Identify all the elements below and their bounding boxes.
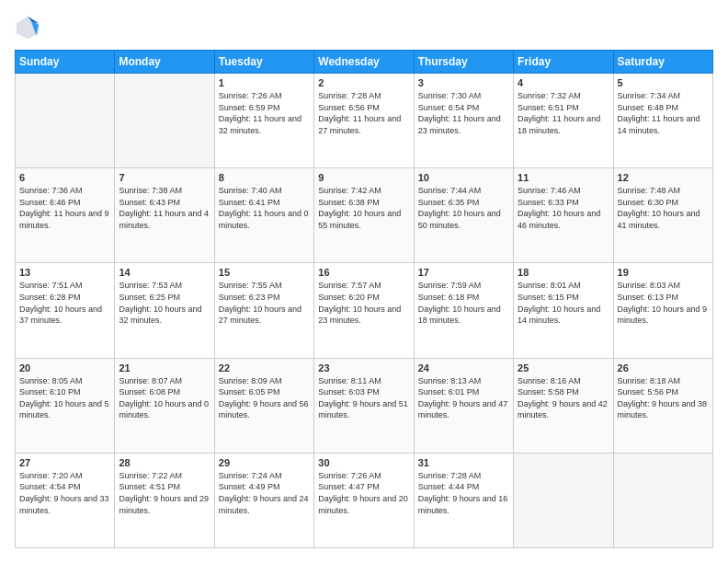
day-number: 19 xyxy=(618,267,709,278)
day-number: 12 xyxy=(618,172,709,183)
day-number: 27 xyxy=(19,457,110,468)
day-number: 13 xyxy=(19,267,110,278)
calendar-cell: 18Sunrise: 8:01 AMSunset: 6:15 PMDayligh… xyxy=(514,263,613,358)
calendar-cell: 22Sunrise: 8:09 AMSunset: 6:05 PMDayligh… xyxy=(214,358,313,453)
day-info: Sunrise: 7:40 AMSunset: 6:41 PMDaylight:… xyxy=(219,185,310,231)
day-number: 4 xyxy=(518,77,609,88)
calendar-cell xyxy=(115,74,214,168)
day-info: Sunrise: 7:57 AMSunset: 6:20 PMDaylight:… xyxy=(318,280,409,326)
day-number: 9 xyxy=(318,172,409,183)
calendar-cell: 5Sunrise: 7:34 AMSunset: 6:48 PMDaylight… xyxy=(613,74,712,168)
calendar-cell: 6Sunrise: 7:36 AMSunset: 6:46 PMDaylight… xyxy=(16,168,115,263)
day-number: 20 xyxy=(19,362,110,373)
calendar-header-sunday: Sunday xyxy=(16,51,115,74)
calendar-cell: 25Sunrise: 8:16 AMSunset: 5:58 PMDayligh… xyxy=(514,358,613,453)
day-number: 2 xyxy=(318,77,409,88)
day-info: Sunrise: 8:07 AMSunset: 6:08 PMDaylight:… xyxy=(119,375,210,421)
calendar-week-4: 27Sunrise: 7:20 AMSunset: 4:54 PMDayligh… xyxy=(16,453,713,547)
day-number: 25 xyxy=(518,362,609,373)
day-info: Sunrise: 7:38 AMSunset: 6:43 PMDaylight:… xyxy=(119,185,210,231)
page: SundayMondayTuesdayWednesdayThursdayFrid… xyxy=(0,0,728,563)
calendar-week-2: 13Sunrise: 7:51 AMSunset: 6:28 PMDayligh… xyxy=(16,263,713,358)
day-number: 30 xyxy=(318,457,409,468)
day-number: 5 xyxy=(618,77,709,88)
day-number: 15 xyxy=(219,267,310,278)
calendar-header-thursday: Thursday xyxy=(414,51,513,74)
day-info: Sunrise: 7:30 AMSunset: 6:54 PMDaylight:… xyxy=(418,90,509,136)
day-info: Sunrise: 7:32 AMSunset: 6:51 PMDaylight:… xyxy=(518,90,609,136)
calendar-cell: 28Sunrise: 7:22 AMSunset: 4:51 PMDayligh… xyxy=(115,453,214,547)
calendar-cell: 23Sunrise: 8:11 AMSunset: 6:03 PMDayligh… xyxy=(314,358,414,453)
day-info: Sunrise: 8:18 AMSunset: 5:56 PMDaylight:… xyxy=(618,375,709,421)
calendar-cell: 15Sunrise: 7:55 AMSunset: 6:23 PMDayligh… xyxy=(214,263,313,358)
calendar-header-row: SundayMondayTuesdayWednesdayThursdayFrid… xyxy=(16,51,713,74)
calendar-header-wednesday: Wednesday xyxy=(314,51,414,74)
day-info: Sunrise: 7:20 AMSunset: 4:54 PMDaylight:… xyxy=(19,470,110,516)
day-number: 28 xyxy=(119,457,210,468)
calendar-cell: 30Sunrise: 7:26 AMSunset: 4:47 PMDayligh… xyxy=(314,453,414,547)
day-number: 3 xyxy=(418,77,509,88)
calendar-cell: 2Sunrise: 7:28 AMSunset: 6:56 PMDaylight… xyxy=(314,74,414,168)
calendar-week-1: 6Sunrise: 7:36 AMSunset: 6:46 PMDaylight… xyxy=(16,168,713,263)
day-info: Sunrise: 7:24 AMSunset: 4:49 PMDaylight:… xyxy=(219,470,310,516)
logo xyxy=(15,15,44,40)
day-number: 7 xyxy=(119,172,210,183)
header xyxy=(15,15,713,40)
day-number: 11 xyxy=(518,172,609,183)
day-info: Sunrise: 7:51 AMSunset: 6:28 PMDaylight:… xyxy=(19,280,110,326)
day-info: Sunrise: 7:26 AMSunset: 4:47 PMDaylight:… xyxy=(318,470,409,516)
day-number: 26 xyxy=(618,362,709,373)
day-info: Sunrise: 7:26 AMSunset: 6:59 PMDaylight:… xyxy=(219,90,310,136)
calendar-cell: 12Sunrise: 7:48 AMSunset: 6:30 PMDayligh… xyxy=(613,168,712,263)
calendar-cell: 27Sunrise: 7:20 AMSunset: 4:54 PMDayligh… xyxy=(16,453,115,547)
day-info: Sunrise: 8:09 AMSunset: 6:05 PMDaylight:… xyxy=(219,375,310,421)
calendar-cell: 14Sunrise: 7:53 AMSunset: 6:25 PMDayligh… xyxy=(115,263,214,358)
calendar-cell xyxy=(16,74,115,168)
calendar-cell xyxy=(514,453,613,547)
calendar-cell: 7Sunrise: 7:38 AMSunset: 6:43 PMDaylight… xyxy=(115,168,214,263)
logo-icon xyxy=(15,15,40,40)
day-number: 6 xyxy=(19,172,110,183)
day-info: Sunrise: 8:13 AMSunset: 6:01 PMDaylight:… xyxy=(418,375,509,421)
calendar-cell: 10Sunrise: 7:44 AMSunset: 6:35 PMDayligh… xyxy=(414,168,513,263)
day-info: Sunrise: 7:46 AMSunset: 6:33 PMDaylight:… xyxy=(518,185,609,231)
day-info: Sunrise: 7:28 AMSunset: 6:56 PMDaylight:… xyxy=(318,90,409,136)
day-info: Sunrise: 7:53 AMSunset: 6:25 PMDaylight:… xyxy=(119,280,210,326)
day-number: 18 xyxy=(518,267,609,278)
day-number: 16 xyxy=(318,267,409,278)
day-number: 8 xyxy=(219,172,310,183)
calendar-cell xyxy=(613,453,712,547)
day-info: Sunrise: 7:36 AMSunset: 6:46 PMDaylight:… xyxy=(19,185,110,231)
day-number: 10 xyxy=(418,172,509,183)
calendar-cell: 29Sunrise: 7:24 AMSunset: 4:49 PMDayligh… xyxy=(214,453,313,547)
day-number: 23 xyxy=(318,362,409,373)
calendar-cell: 31Sunrise: 7:28 AMSunset: 4:44 PMDayligh… xyxy=(414,453,513,547)
day-info: Sunrise: 8:03 AMSunset: 6:13 PMDaylight:… xyxy=(618,280,709,326)
calendar-cell: 16Sunrise: 7:57 AMSunset: 6:20 PMDayligh… xyxy=(314,263,414,358)
day-info: Sunrise: 7:28 AMSunset: 4:44 PMDaylight:… xyxy=(418,470,509,516)
calendar-table: SundayMondayTuesdayWednesdayThursdayFrid… xyxy=(15,50,713,548)
day-info: Sunrise: 8:16 AMSunset: 5:58 PMDaylight:… xyxy=(518,375,609,421)
calendar-header-friday: Friday xyxy=(514,51,613,74)
calendar-cell: 3Sunrise: 7:30 AMSunset: 6:54 PMDaylight… xyxy=(414,74,513,168)
calendar-cell: 26Sunrise: 8:18 AMSunset: 5:56 PMDayligh… xyxy=(613,358,712,453)
calendar-cell: 11Sunrise: 7:46 AMSunset: 6:33 PMDayligh… xyxy=(514,168,613,263)
day-number: 22 xyxy=(219,362,310,373)
day-info: Sunrise: 8:01 AMSunset: 6:15 PMDaylight:… xyxy=(518,280,609,326)
calendar-cell: 19Sunrise: 8:03 AMSunset: 6:13 PMDayligh… xyxy=(613,263,712,358)
calendar-week-3: 20Sunrise: 8:05 AMSunset: 6:10 PMDayligh… xyxy=(16,358,713,453)
calendar-header-monday: Monday xyxy=(115,51,214,74)
day-number: 14 xyxy=(119,267,210,278)
day-info: Sunrise: 7:59 AMSunset: 6:18 PMDaylight:… xyxy=(418,280,509,326)
day-info: Sunrise: 7:34 AMSunset: 6:48 PMDaylight:… xyxy=(618,90,709,136)
calendar-cell: 4Sunrise: 7:32 AMSunset: 6:51 PMDaylight… xyxy=(514,74,613,168)
day-info: Sunrise: 7:55 AMSunset: 6:23 PMDaylight:… xyxy=(219,280,310,326)
calendar-cell: 17Sunrise: 7:59 AMSunset: 6:18 PMDayligh… xyxy=(414,263,513,358)
calendar-cell: 20Sunrise: 8:05 AMSunset: 6:10 PMDayligh… xyxy=(16,358,115,453)
day-number: 17 xyxy=(418,267,509,278)
calendar-header-saturday: Saturday xyxy=(613,51,712,74)
day-number: 29 xyxy=(219,457,310,468)
day-info: Sunrise: 8:05 AMSunset: 6:10 PMDaylight:… xyxy=(19,375,110,421)
calendar-cell: 13Sunrise: 7:51 AMSunset: 6:28 PMDayligh… xyxy=(16,263,115,358)
calendar-cell: 9Sunrise: 7:42 AMSunset: 6:38 PMDaylight… xyxy=(314,168,414,263)
